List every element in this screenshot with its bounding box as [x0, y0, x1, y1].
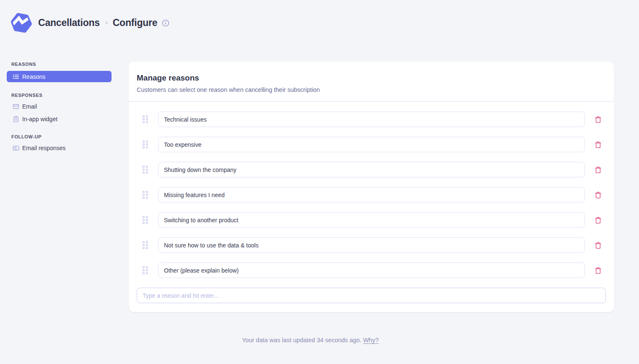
info-icon[interactable]: [162, 19, 169, 27]
sidebar-section-reasons: REASONS: [11, 62, 112, 68]
manage-reasons-card: Manage reasons Customers can select one …: [129, 62, 614, 312]
reason-input[interactable]: [158, 162, 585, 177]
reason-row: [137, 237, 606, 253]
delete-reason-button[interactable]: [595, 216, 602, 224]
sidebar-item-reasons[interactable]: Reasons: [7, 71, 112, 82]
header: Cancellations › Configure: [11, 13, 169, 33]
footer: Your data was last updated 34 seconds ag…: [7, 337, 614, 343]
drag-handle-icon[interactable]: [143, 166, 148, 174]
sidebar: REASONS Reasons RESPONSES Email: [7, 62, 112, 156]
brand-logo-icon: [11, 13, 32, 33]
sidebar-item-label: In-app widget: [22, 116, 57, 122]
reason-row: [137, 162, 606, 177]
app: Cancellations › Configure REASONS Reason: [0, 0, 639, 364]
reason-input[interactable]: [158, 137, 585, 152]
reason-row: [137, 112, 606, 127]
reason-row: [137, 187, 606, 203]
sidebar-section-follow-up: FOLLOW-UP: [11, 134, 112, 140]
delete-reason-button[interactable]: [595, 267, 602, 274]
reason-input[interactable]: [158, 212, 585, 228]
card-subtitle: Customers can select one reason when can…: [137, 86, 605, 93]
delete-reason-button[interactable]: [595, 166, 602, 174]
reason-input[interactable]: [158, 237, 585, 253]
delete-reason-button[interactable]: [595, 141, 602, 148]
drag-handle-icon[interactable]: [143, 216, 148, 224]
list-icon: [13, 73, 19, 80]
sidebar-item-email-responses[interactable]: Email responses: [7, 143, 112, 153]
reason-input[interactable]: [158, 263, 585, 278]
delete-reason-button[interactable]: [595, 191, 602, 199]
clipboard-icon: [13, 116, 19, 122]
drag-handle-icon[interactable]: [143, 191, 148, 199]
delete-reason-button[interactable]: [595, 116, 602, 123]
add-reason-row: [137, 288, 606, 303]
reason-rows: [129, 102, 614, 278]
drag-handle-icon[interactable]: [143, 266, 148, 275]
drag-handle-icon[interactable]: [143, 115, 148, 124]
sidebar-item-label: Email: [22, 103, 37, 110]
delete-reason-button[interactable]: [595, 242, 602, 249]
add-reason-input[interactable]: [137, 288, 606, 303]
reason-input[interactable]: [158, 187, 585, 203]
drag-handle-icon[interactable]: [143, 140, 148, 149]
sidebar-item-email[interactable]: Email: [7, 102, 112, 111]
reason-row: [137, 212, 606, 228]
drag-handle-icon[interactable]: [143, 241, 148, 250]
breadcrumb-separator: ›: [105, 18, 108, 27]
reason-input[interactable]: [158, 112, 585, 127]
breadcrumb-brand: Cancellations: [38, 17, 100, 29]
page-title: Configure: [113, 17, 158, 29]
sidebar-item-in-app-widget[interactable]: In-app widget: [7, 114, 112, 124]
card-title: Manage reasons: [137, 73, 605, 83]
footer-why-link[interactable]: Why?: [363, 337, 379, 343]
sidebar-section-responses: RESPONSES: [11, 93, 112, 99]
footer-status-text: Your data was last updated 34 seconds ag…: [242, 337, 361, 343]
sidebar-item-label: Email responses: [22, 145, 66, 151]
reason-row: [137, 263, 606, 278]
sidebar-item-label: Reasons: [22, 73, 45, 80]
open-book-icon: [13, 145, 19, 151]
envelope-icon: [13, 103, 19, 110]
reason-row: [137, 137, 606, 152]
card-header: Manage reasons Customers can select one …: [129, 62, 614, 102]
